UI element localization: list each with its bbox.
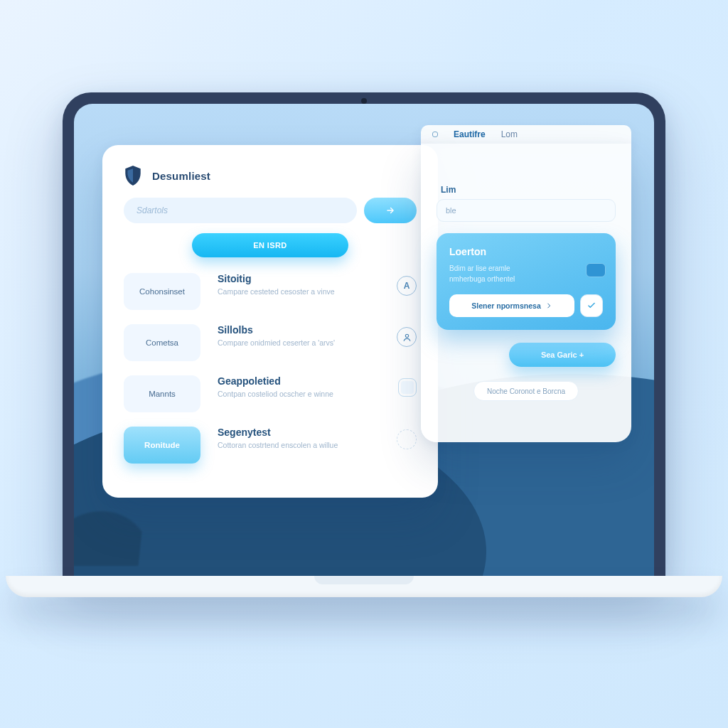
list-item: Mannts Geappoletied Contpan costeliod oc… [124, 375, 417, 412]
tab-0[interactable]: Eautifre [454, 129, 486, 139]
arrow-icon [385, 205, 395, 215]
trackpad-notch [314, 576, 414, 584]
main-panel: Desumliest EN ISRD Cohonsinset Sitoitig … [102, 145, 438, 498]
category-list: Cohonsinset Sitoitig Campare cesteted ce… [124, 273, 417, 464]
primary-action-button[interactable]: EN ISRD [192, 233, 348, 257]
list-item: Cohonsinset Sitoitig Campare cesteted ce… [124, 273, 417, 310]
shield-icon [124, 165, 142, 186]
camera-dot [361, 98, 367, 104]
desktop-wallpaper: Eautifre Lom Desumliest EN ISRD [74, 104, 654, 576]
item-title: Segenytest [218, 427, 380, 438]
item-title: Sillolbs [218, 324, 380, 336]
side-secondary-button[interactable]: Sea Garic + [509, 343, 616, 367]
item-subtitle: Cottoran costrtend enscolen a willue [218, 441, 380, 449]
list-item: Ronitude Segenytest Cottoran costrtend e… [124, 427, 417, 464]
item-subtitle: Contpan costeliod ocscher e winne [218, 390, 381, 398]
item-badge-empty[interactable] [397, 429, 417, 449]
side-panel: Lim Loerton Bdim ar lise eramle nmherbug… [421, 144, 631, 442]
category-chip-0[interactable]: Cohonsinset [124, 273, 200, 310]
side-field-input[interactable] [437, 199, 616, 222]
tab-1[interactable]: Lom [501, 129, 518, 139]
chevron-right-icon [545, 302, 552, 309]
mini-thumb-icon [586, 263, 606, 277]
category-chip-2[interactable]: Mannts [124, 375, 200, 412]
item-title: Sitoitig [218, 273, 380, 284]
profile-outline-icon [402, 333, 412, 342]
laptop-frame: Eautifre Lom Desumliest EN ISRD [63, 92, 665, 576]
promo-card: Loerton Bdim ar lise eramle nmherbuga or… [437, 233, 616, 330]
promo-confirm-button[interactable] [580, 294, 603, 317]
promo-description: Bdim ar lise eramle nmherbuga orthentel [449, 263, 603, 284]
category-chip-3[interactable]: Ronitude [124, 427, 200, 464]
item-badge-checkbox[interactable] [398, 378, 417, 397]
item-badge-profile[interactable] [397, 327, 417, 347]
tab-indicator-icon [432, 132, 438, 137]
promo-action-button[interactable]: Slener npormsnesa [449, 294, 574, 317]
promo-heading: Loerton [449, 246, 603, 257]
check-icon [587, 301, 596, 311]
item-subtitle: Compare onidmied ceserter a 'arvs' [218, 338, 380, 347]
svg-point-0 [405, 334, 408, 337]
brand: Desumliest [124, 165, 417, 186]
laptop-base [6, 576, 722, 597]
field-label: Lim [441, 185, 616, 195]
brand-title: Desumliest [152, 170, 210, 182]
search-input[interactable] [124, 198, 357, 223]
item-subtitle: Campare cesteted cesoster a vinve [218, 287, 380, 296]
footer-hint: Noche Coronot e Borcna [473, 381, 579, 401]
search-submit-button[interactable] [364, 198, 417, 223]
right-panel-tabs: Eautifre Lom [421, 125, 631, 144]
item-title: Geappoletied [218, 375, 381, 387]
category-chip-1[interactable]: Cometsa [124, 324, 200, 361]
list-item: Cometsa Sillolbs Compare onidmied cesert… [124, 324, 417, 361]
item-badge-a[interactable]: A [397, 276, 417, 296]
